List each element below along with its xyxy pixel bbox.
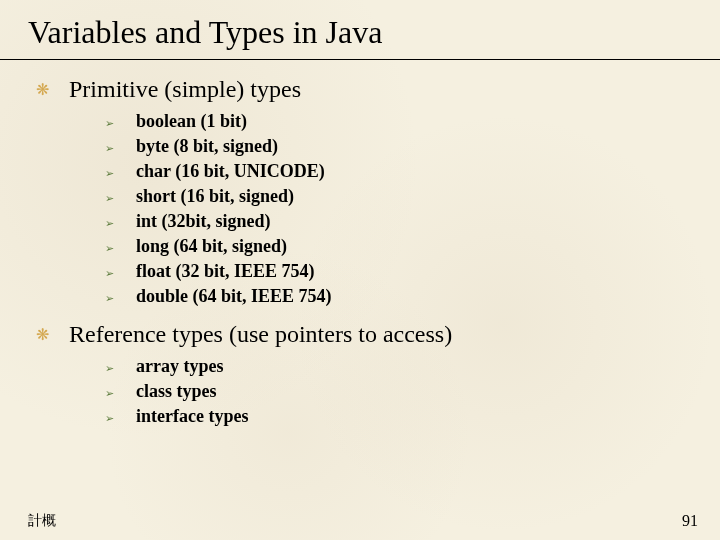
arrow-icon: ➢ xyxy=(105,267,114,280)
list-item: ➢ class types xyxy=(105,381,720,402)
footer-label: 計概 xyxy=(28,512,56,530)
list-item: ➢ double (64 bit, IEEE 754) xyxy=(105,286,720,307)
arrow-icon: ➢ xyxy=(105,217,114,230)
slide-number: 91 xyxy=(682,512,698,530)
list-item: ➢ char (16 bit, UNICODE) xyxy=(105,161,720,182)
slide-title: Variables and Types in Java xyxy=(0,0,720,60)
list-item: ➢ array types xyxy=(105,356,720,377)
list-item-text: long (64 bit, signed) xyxy=(136,236,287,257)
arrow-icon: ➢ xyxy=(105,412,114,425)
section-heading: ❋ Primitive (simple) types xyxy=(0,76,720,103)
slide-content: ❋ Primitive (simple) types ➢ boolean (1 … xyxy=(0,60,720,427)
section-heading-text: Reference types (use pointers to access) xyxy=(69,321,452,348)
list-item: ➢ int (32bit, signed) xyxy=(105,211,720,232)
arrow-icon: ➢ xyxy=(105,167,114,180)
list-item: ➢ boolean (1 bit) xyxy=(105,111,720,132)
section-heading: ❋ Reference types (use pointers to acces… xyxy=(0,321,720,348)
list-item-text: char (16 bit, UNICODE) xyxy=(136,161,325,182)
arrow-icon: ➢ xyxy=(105,117,114,130)
list-item: ➢ interface types xyxy=(105,406,720,427)
list-item-text: double (64 bit, IEEE 754) xyxy=(136,286,332,307)
list-item-text: int (32bit, signed) xyxy=(136,211,271,232)
list-item-text: interface types xyxy=(136,406,248,427)
list-item: ➢ byte (8 bit, signed) xyxy=(105,136,720,157)
arrow-icon: ➢ xyxy=(105,242,114,255)
list-item: ➢ long (64 bit, signed) xyxy=(105,236,720,257)
section-items: ➢ boolean (1 bit) ➢ byte (8 bit, signed)… xyxy=(0,111,720,307)
list-item: ➢ float (32 bit, IEEE 754) xyxy=(105,261,720,282)
bullet-icon: ❋ xyxy=(36,325,49,344)
list-item-text: byte (8 bit, signed) xyxy=(136,136,278,157)
arrow-icon: ➢ xyxy=(105,192,114,205)
slide-footer: 計概 91 xyxy=(28,512,698,530)
bullet-icon: ❋ xyxy=(36,80,49,99)
list-item-text: float (32 bit, IEEE 754) xyxy=(136,261,315,282)
arrow-icon: ➢ xyxy=(105,142,114,155)
list-item-text: short (16 bit, signed) xyxy=(136,186,294,207)
arrow-icon: ➢ xyxy=(105,362,114,375)
arrow-icon: ➢ xyxy=(105,387,114,400)
list-item-text: boolean (1 bit) xyxy=(136,111,247,132)
arrow-icon: ➢ xyxy=(105,292,114,305)
list-item-text: array types xyxy=(136,356,223,377)
section-items: ➢ array types ➢ class types ➢ interface … xyxy=(0,356,720,427)
list-item-text: class types xyxy=(136,381,217,402)
list-item: ➢ short (16 bit, signed) xyxy=(105,186,720,207)
section-heading-text: Primitive (simple) types xyxy=(69,76,301,103)
